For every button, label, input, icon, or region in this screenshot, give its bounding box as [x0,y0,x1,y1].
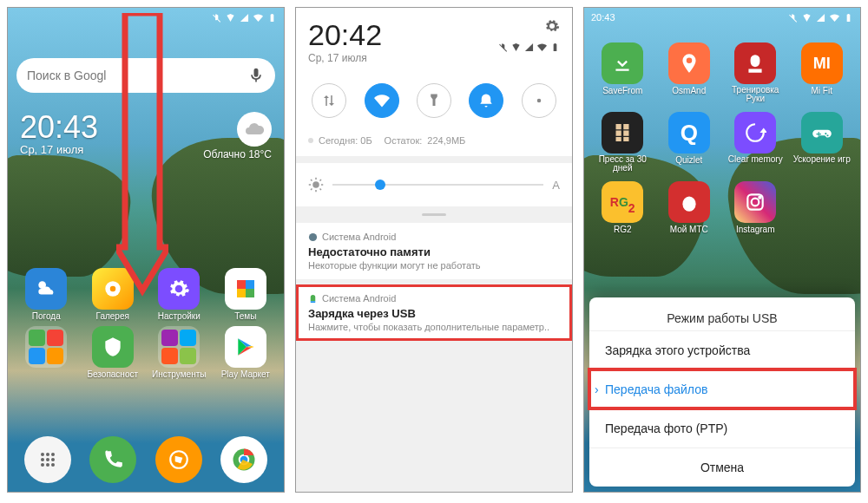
android-icon [308,294,318,304]
dock-browser[interactable] [155,436,202,483]
app-weather[interactable]: Погода [15,268,78,321]
battery-icon [550,42,560,52]
phone-3: 20:43 SaveFrom OsmAnd Тренировка Руки MI… [583,7,861,493]
svg-rect-23 [616,137,621,141]
data-today: Сегодня: 0Б [319,135,372,146]
quick-settings [296,73,572,130]
app-mifit[interactable]: MIMi Fit [791,42,854,103]
dock-dialer[interactable] [24,436,71,483]
svg-point-2 [110,286,116,292]
drag-handle[interactable] [422,213,446,216]
svg-point-18 [309,232,317,240]
notif-source: Система Android [308,232,560,242]
status-icons [498,42,560,52]
qs-wifi[interactable] [365,83,399,118]
wifi-icon [253,13,263,23]
settings-icon[interactable] [544,18,560,34]
app-rg2[interactable]: RG2RG2 [591,181,654,234]
app-quizlet[interactable]: QQuizlet [658,112,721,173]
app-folder-1[interactable] [15,326,78,379]
notif-source: Система Android [308,293,560,304]
dot-icon [308,138,313,143]
clock-time: 20:43 [20,112,98,143]
dialog-cancel[interactable]: Отмена [589,447,855,487]
svg-point-5 [51,453,55,456]
svg-point-7 [46,458,49,461]
android-icon [308,232,318,242]
qs-screenshot[interactable] [522,83,556,118]
brightness-slider[interactable]: A [296,163,572,206]
qs-flashlight[interactable] [417,83,451,118]
mute-icon [788,13,798,23]
status-bar: 20:43 [584,8,860,27]
brightness-thumb[interactable] [375,180,385,190]
svg-point-4 [46,453,49,456]
auto-brightness-label[interactable]: A [552,179,560,192]
dock [15,436,277,483]
wifi-icon [537,42,547,52]
data-left-label: Остаток: [385,135,423,146]
notif-subtitle: Некоторые функции могут не работать [308,260,560,271]
clock-date: Ср, 17 июля [20,143,98,156]
qs-dnd[interactable] [469,83,503,118]
mute-icon [212,13,221,23]
app-osmand[interactable]: OsmAnd [658,42,721,103]
signal-icon [816,13,825,23]
brightness-icon [308,177,324,193]
svg-point-27 [752,199,760,206]
usb-option-ptp[interactable]: Передача фото (PTP) [589,408,855,447]
swipe-down-arrow-annotation [116,13,168,351]
data-left-value: 224,9МБ [427,135,465,146]
svg-point-10 [46,463,49,467]
usb-mode-dialog: Режим работы USB Зарядка этого устройств… [589,297,855,487]
clock-block[interactable]: 20:43 Ср, 17 июля [20,112,98,160]
qs-mobile-data[interactable] [312,83,346,118]
notif-title: Зарядка через USB [308,307,560,320]
usb-option-file-transfer[interactable]: Передача файлов [589,369,855,408]
location-icon [226,13,235,23]
weather-text: Облачно 18°C [203,148,272,160]
svg-point-8 [51,458,55,461]
notification-low-memory[interactable]: Система Android Недостаточно памяти Неко… [296,223,572,279]
svg-point-3 [41,453,44,456]
app-themes[interactable]: Темы [214,268,278,321]
usb-option-charge[interactable]: Зарядка этого устройства [589,330,855,369]
app-instagram[interactable]: Instagram [724,181,787,234]
wifi-icon [830,13,839,23]
app-play-store[interactable]: Play Маркет [214,326,278,379]
svg-rect-19 [616,124,621,129]
app-savefrom[interactable]: SaveFrom [591,42,654,103]
dock-phone[interactable] [89,436,136,483]
app-workout-arms[interactable]: Тренировка Руки [724,42,787,103]
app-game-boost[interactable]: Ускорение игр [791,112,854,173]
phone-1: Поиск в Googl 20:43 Ср, 17 июля Облачно … [7,7,285,493]
data-usage-row[interactable]: Сегодня: 0Б Остаток: 224,9МБ [296,130,572,156]
svg-point-6 [41,458,44,461]
brightness-track[interactable] [332,184,543,186]
phone-2: 20:42 Ср, 17 июля С [295,7,573,493]
notification-usb[interactable]: Система Android Зарядка через USB Нажмит… [296,284,572,341]
svg-point-16 [537,99,542,103]
svg-rect-20 [624,124,629,129]
status-time: 20:43 [591,12,615,23]
mic-icon[interactable] [247,67,265,84]
battery-icon [844,13,853,23]
app-my-mts[interactable]: Мой МТС [658,181,721,234]
weather-block[interactable]: Облачно 18°C [203,112,272,160]
battery-icon [267,13,277,23]
svg-rect-21 [616,131,621,136]
notif-subtitle: Нажмите, чтобы показать дополнительные п… [308,322,560,332]
app-abs30[interactable]: Пресс за 30 дней [591,112,654,173]
signal-icon [240,13,249,23]
svg-point-9 [41,463,44,467]
app-clear-memory[interactable]: Clear memory [724,112,787,173]
svg-point-25 [682,197,695,212]
svg-point-11 [51,463,55,467]
dialog-title: Режим работы USB [589,297,855,330]
signal-icon [524,42,534,52]
mute-icon [498,42,508,52]
location-icon [802,13,812,23]
dock-chrome[interactable] [220,436,267,483]
svg-point-17 [312,181,319,188]
svg-point-28 [760,197,761,199]
